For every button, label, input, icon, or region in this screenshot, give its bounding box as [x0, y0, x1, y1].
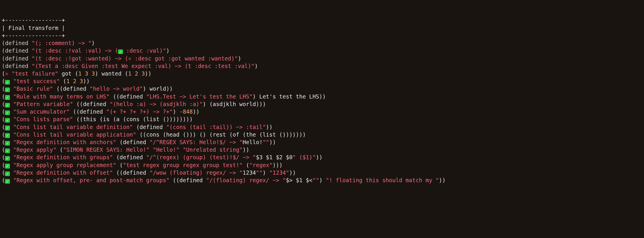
- string-literal: "! floating this should match my ": [326, 177, 439, 183]
- test-result-line: (✓ "Regex apply" ("SIMON REGEX SAYS: Hel…: [2, 146, 642, 153]
- text: ): [263, 169, 269, 176]
- text: ((defined: [110, 93, 146, 100]
- text: [88, 70, 92, 77]
- text: ((defined: [53, 85, 90, 92]
- text: ))): [272, 162, 282, 168]
- string-literal: "Regex definition with offset": [13, 169, 113, 176]
- text: ((cons (head ())) () (rest (of (the (lis…: [136, 131, 306, 138]
- string-literal: "Sum accumulator": [13, 108, 69, 115]
- test-result-line: (✕ "test failure" got (1 3 3) wanted (1 …: [2, 70, 642, 77]
- string-literal: "test failure": [12, 70, 58, 77]
- text: (defined: [133, 124, 166, 130]
- check-icon: ✓: [5, 179, 10, 184]
- text: [138, 70, 141, 77]
- text: (defined: [116, 139, 149, 145]
- text: ) Let's test the LHS)): [253, 93, 326, 100]
- defined-keyword: (defined: [2, 40, 32, 46]
- text: [10, 131, 13, 138]
- text: ) wanted (: [95, 70, 128, 77]
- string-literal: "Regex definition with groups": [13, 154, 113, 160]
- string-literal: "/wow (floating) regex/ ~> ": [149, 169, 242, 176]
- text: ((defined: [70, 108, 106, 115]
- check-icon: ✓: [5, 171, 10, 176]
- string-literal: "(cons (tail :tail)) ~> :tail": [166, 124, 266, 130]
- test-result-line: (✓ "Regex with offset, pre- and post-mat…: [2, 176, 642, 184]
- test-result-line: (✓ "Rule with many terms on LHS" ((defin…: [2, 93, 642, 100]
- string-literal: "(+ ?+ ?+ ?+) ~> ?+": [106, 108, 173, 115]
- text: )): [289, 169, 296, 176]
- text: [10, 108, 13, 115]
- text: [10, 162, 13, 168]
- header-border-top: +-----------------+: [2, 16, 642, 24]
- paren: (: [2, 124, 5, 130]
- text: ) (asdjklh world))): [203, 101, 266, 107]
- text: [82, 70, 85, 77]
- text: [10, 93, 13, 100]
- string-literal: "Pattern variable": [13, 101, 73, 107]
- close-paren: ): [254, 63, 258, 69]
- check-icon: ✓: [5, 103, 10, 108]
- cross-icon: ✕: [128, 55, 131, 62]
- text: )): [193, 108, 199, 115]
- string-literal: "/^REGEX SAYS: Hello!$/ ~> ": [149, 139, 242, 145]
- string-literal: "SIMON REGEX SAYS: Hello!": [63, 146, 149, 153]
- text: (defined: [113, 154, 146, 160]
- text: Hello!: [243, 139, 263, 145]
- text: )): [83, 78, 90, 84]
- text: ((this (is (a (cons (list ()))))))): [73, 116, 193, 122]
- definition-string: "(; :comment) ~> ": [32, 40, 92, 46]
- number-literal: 2: [135, 70, 138, 77]
- header-border-bottom: +-----------------+: [2, 32, 642, 39]
- definition-line: (defined "(Test a :desc Given :test We e…: [2, 62, 642, 70]
- text: [149, 146, 153, 153]
- text: [10, 139, 13, 145]
- string-literal: " ($1)": [292, 154, 316, 160]
- test-result-line: (✓ "Regex definition with anchors" (defi…: [2, 138, 642, 146]
- check-icon: ✓: [5, 141, 10, 146]
- text: [70, 78, 73, 84]
- header-title: | Final transform |: [2, 24, 642, 32]
- close-paren: ): [238, 55, 241, 62]
- string-literal: "test success": [13, 78, 60, 84]
- text: [10, 154, 13, 160]
- string-literal: "Unrelated string": [183, 146, 243, 153]
- test-result-line: (✓ "Regex definition with offset" ((defi…: [2, 169, 642, 176]
- text: (: [243, 162, 249, 168]
- string-literal: "/(floating) regex/ ~> ": [206, 177, 286, 183]
- text: )): [316, 154, 322, 160]
- paren: (: [2, 108, 5, 115]
- text: $> $1 $<: [286, 177, 313, 183]
- text: [8, 70, 12, 77]
- number-literal: -848: [179, 108, 193, 115]
- check-icon: ✓: [5, 126, 10, 130]
- paren: (: [2, 169, 5, 176]
- paren: (: [2, 116, 5, 122]
- text: [10, 116, 13, 122]
- string-literal: "/^(regex) (group) (test)!$/ ~> ": [146, 154, 256, 160]
- test-result-line: (✓ "Regex apply group replacement" ("tes…: [2, 161, 642, 169]
- test-result-line: (✓ "Regex definition with groups" (defin…: [2, 153, 642, 161]
- paren: (: [2, 162, 5, 168]
- string-literal: "Cons list tail variable definition": [13, 124, 133, 130]
- string-literal: "Hello!": [153, 146, 180, 153]
- check-icon: ✓: [5, 164, 10, 168]
- number-literal: 1: [78, 70, 81, 77]
- string-literal: "Cons list tail variable application": [13, 131, 136, 138]
- test-result-line: (✓ "test success" (1 2 3)): [2, 77, 642, 85]
- paren: (: [2, 177, 5, 183]
- paren: (: [2, 154, 5, 160]
- definition-line: (defined "(t :desc :!val :val) ~> (✓ :de…: [2, 47, 642, 54]
- string-literal: "(hello :a) ~> (asdjklh :a)": [110, 101, 203, 107]
- check-icon: ✓: [5, 118, 10, 123]
- string-literal: "hello ~> world": [90, 85, 143, 92]
- test-result-line: (✓ "Sum accumulator" ((defined "(+ ?+ ?+…: [2, 108, 642, 115]
- check-icon: ✓: [5, 80, 10, 85]
- string-literal: "": [313, 177, 319, 183]
- definition-line: (defined "(; :comment) ~> "): [2, 39, 642, 47]
- string-literal: "Regex definition with anchors": [13, 139, 116, 145]
- string-literal: "Rule with many terms on LHS": [13, 93, 110, 100]
- string-literal: "Regex apply": [13, 146, 56, 153]
- definition-string: "(Test a :desc Given :test We expect :va…: [32, 63, 254, 69]
- text: [10, 85, 13, 92]
- string-literal: "Basic rule": [13, 85, 53, 92]
